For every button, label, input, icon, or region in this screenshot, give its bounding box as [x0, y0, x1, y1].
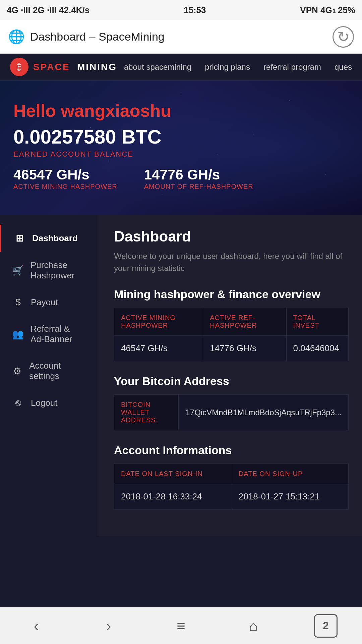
- purchase-icon: 🛒: [12, 265, 24, 276]
- hero-section: Hello wangxiaoshu 0.00257580 BTC EARNED …: [0, 80, 362, 215]
- hash-stats: 46547 GH/s ACTIVE MINING HASHPOWER 14776…: [13, 167, 349, 191]
- active-hashpower-value: 46547 GH/s: [13, 167, 117, 183]
- forward-button[interactable]: ›: [95, 612, 122, 639]
- greeting: Hello wangxiaoshu: [13, 101, 349, 121]
- sidebar-label-purchase: Purchase Hashpower: [31, 260, 85, 281]
- sidebar-item-account-settings[interactable]: ⚙ Account settings: [0, 353, 97, 389]
- settings-icon: ⚙: [12, 366, 22, 377]
- status-left: 4G ·lll 2G ·lll 42.4K/s: [7, 5, 89, 15]
- forward-icon: ›: [106, 618, 111, 634]
- reload-button[interactable]: ↻: [333, 26, 354, 48]
- ref-hashpower-cell: 14776 GH/s: [203, 336, 286, 361]
- mining-table: ACTIVE MINING HASHPOWER ACTIVE REF-HASHP…: [114, 308, 349, 361]
- bottom-nav: ‹ › ≡ ⌂ 2: [0, 607, 362, 644]
- dashboard-icon: ⊞: [13, 233, 25, 244]
- globe-icon: 🌐: [8, 29, 25, 45]
- back-button[interactable]: ‹: [23, 612, 50, 639]
- browser-bar: 🌐 Dashboard – SpaceMining ↻: [0, 20, 362, 54]
- status-time: 15:53: [184, 5, 206, 15]
- table-row: 2018-01-28 16:33:24 2018-01-27 15:13:21: [114, 484, 349, 509]
- bitcoin-label: BITCOIN WALLET ADDRESS:: [114, 395, 179, 430]
- col-total-invest: TOTAL INVEST: [286, 308, 348, 336]
- active-hashpower-label: ACTIVE MINING HASHPOWER: [13, 183, 117, 191]
- menu-button[interactable]: ≡: [168, 612, 194, 639]
- page-subtitle: Welcome to your unique user dashboard, h…: [114, 250, 349, 274]
- ref-hashpower-stat: 14776 GH/s AMOUNT OF REF-HASHPOWER: [144, 167, 253, 191]
- account-section-title: Account Informations: [114, 444, 349, 457]
- sidebar-item-referral[interactable]: 👥 Referral & Ad-Banner: [0, 316, 97, 353]
- col-active-hashpower: ACTIVE MINING HASHPOWER: [114, 308, 203, 336]
- page-title: Dashboard: [114, 228, 349, 245]
- sidebar-label-payout: Payout: [31, 297, 58, 308]
- sidebar: ⊞ Dashboard 🛒 Purchase Hashpower $ Payou…: [0, 215, 97, 536]
- back-icon: ‹: [34, 618, 39, 634]
- browser-url[interactable]: Dashboard – SpaceMining: [30, 30, 327, 43]
- home-button[interactable]: ⌂: [240, 612, 267, 639]
- status-right: VPN 4G₁ 25%: [300, 5, 355, 15]
- active-hashpower-cell: 46547 GH/s: [114, 336, 203, 361]
- logout-icon: ⎋: [12, 397, 24, 408]
- network-indicators: VPN 4G₁ 25%: [300, 5, 355, 15]
- mining-section-title: Mining hashpower & finance overview: [114, 288, 349, 301]
- logo-text-space: SPACE: [33, 62, 70, 72]
- sidebar-label-account-settings: Account settings: [29, 361, 85, 381]
- bitcoin-address: 17QicVMndB1MLmdBdoSjAqsuTRjFp3p3...: [179, 395, 349, 430]
- main-content: ⊞ Dashboard 🛒 Purchase Hashpower $ Payou…: [0, 215, 362, 536]
- nav-links: about spacemining pricing plans referral…: [124, 62, 352, 72]
- logo-icon: ₿: [10, 58, 28, 76]
- top-nav: ₿ SPACE MINING about spacemining pricing…: [0, 54, 362, 80]
- menu-icon: ≡: [177, 618, 185, 634]
- sidebar-label-logout: Logout: [31, 398, 58, 408]
- content-area: Dashboard Welcome to your unique user da…: [97, 215, 362, 536]
- earned-label: EARNED ACCOUNT BALANCE: [13, 150, 349, 159]
- col-signup: DATE ON SIGN-UP: [232, 464, 348, 484]
- account-table: DATE ON LAST SIGN-IN DATE ON SIGN-UP 201…: [114, 464, 349, 509]
- bitcoin-table: BITCOIN WALLET ADDRESS: 17QicVMndB1MLmdB…: [114, 394, 349, 430]
- ref-hashpower-label: AMOUNT OF REF-HASHPOWER: [144, 183, 253, 191]
- signup-cell: 2018-01-27 15:13:21: [232, 484, 348, 509]
- last-signin-cell: 2018-01-28 16:33:24: [114, 484, 232, 509]
- sidebar-label-referral: Referral & Ad-Banner: [31, 324, 85, 344]
- table-row: 46547 GH/s 14776 GH/s 0.04646004: [114, 336, 349, 361]
- sidebar-label-dashboard: Dashboard: [32, 233, 78, 244]
- payout-icon: $: [12, 297, 24, 308]
- total-invest-cell: 0.04646004: [286, 336, 348, 361]
- sidebar-item-purchase-hashpower[interactable]: 🛒 Purchase Hashpower: [0, 252, 97, 289]
- home-icon: ⌂: [249, 618, 258, 634]
- sidebar-item-logout[interactable]: ⎋ Logout: [0, 389, 97, 416]
- bitcoin-row: BITCOIN WALLET ADDRESS: 17QicVMndB1MLmdB…: [114, 395, 349, 430]
- bitcoin-section-title: Your Bitcoin Address: [114, 375, 349, 388]
- status-bar: 4G ·lll 2G ·lll 42.4K/s 15:53 VPN 4G₁ 25…: [0, 0, 362, 20]
- referral-icon: 👥: [12, 329, 24, 340]
- tab-count: 2: [314, 614, 338, 638]
- col-ref-hashpower: ACTIVE REF-HASHPOWER: [203, 308, 286, 336]
- nav-about[interactable]: about spacemining: [124, 62, 191, 72]
- ref-hashpower-value: 14776 GH/s: [144, 167, 253, 183]
- nav-pricing[interactable]: pricing plans: [205, 62, 250, 72]
- username: wangxiaoshu: [61, 101, 171, 120]
- logo-text-mining: MINING: [77, 62, 117, 72]
- tabs-button[interactable]: 2: [312, 612, 339, 639]
- btc-balance: 0.00257580 BTC: [13, 125, 349, 148]
- logo: ₿ SPACE MINING: [10, 58, 117, 76]
- network-status: 4G ·lll 2G ·lll 42.4K/s: [7, 5, 89, 15]
- active-hashpower-stat: 46547 GH/s ACTIVE MINING HASHPOWER: [13, 167, 117, 191]
- logo-text: SPACE MINING: [33, 62, 117, 72]
- col-last-signin: DATE ON LAST SIGN-IN: [114, 464, 232, 484]
- nav-referral[interactable]: referral program: [263, 62, 321, 72]
- nav-questions[interactable]: ques: [335, 62, 352, 72]
- sidebar-item-payout[interactable]: $ Payout: [0, 289, 97, 316]
- sidebar-item-dashboard[interactable]: ⊞ Dashboard: [0, 225, 97, 252]
